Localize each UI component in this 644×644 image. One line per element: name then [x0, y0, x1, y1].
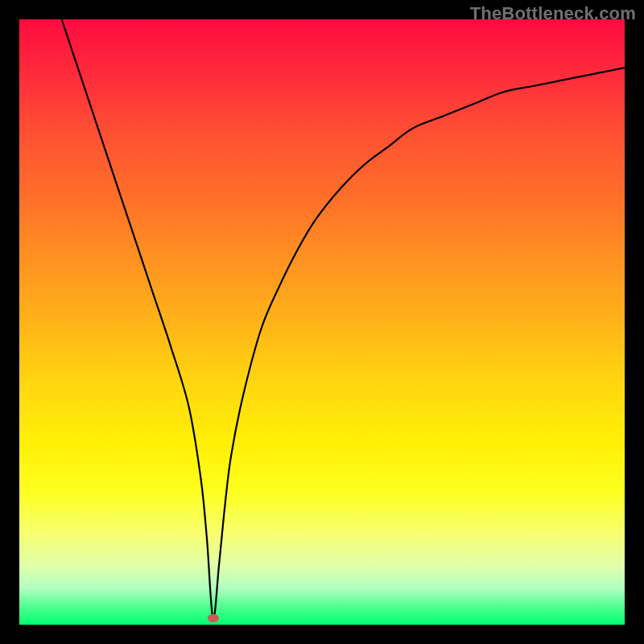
bottleneck-curve: [62, 19, 625, 619]
minimum-marker: [208, 614, 219, 622]
curve-svg: [19, 19, 625, 625]
chart-container: TheBottleneck.com: [0, 0, 644, 644]
plot-area: [19, 19, 625, 625]
watermark: TheBottleneck.com: [470, 3, 636, 24]
